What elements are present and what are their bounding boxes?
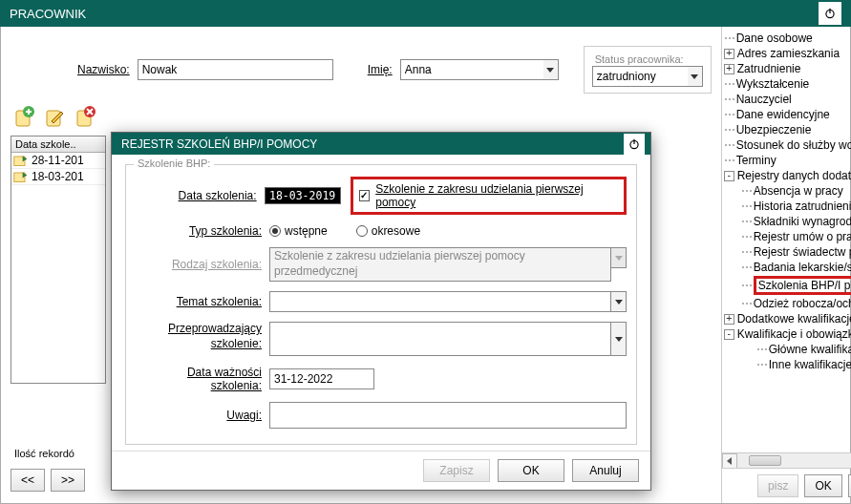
notes-label: Uwagi: — [136, 409, 269, 422]
tree-dash-icon: ⋯ — [741, 200, 751, 213]
tree-dash-icon: ⋯ — [724, 154, 734, 167]
notes-input[interactable] — [269, 402, 627, 429]
training-date-input[interactable] — [265, 187, 341, 204]
tree-label: Główne kwalifikacje — [769, 343, 851, 356]
tree-item[interactable]: ⋯Inne kwalifikacje — [756, 357, 851, 372]
tree-item[interactable]: ⋯Dane ewidencyjne — [724, 107, 851, 122]
tree-item[interactable]: ⋯Absencja w pracy — [741, 183, 851, 199]
tree-item[interactable]: ⋯Rejestr świadectw pracy — [741, 244, 851, 260]
expander-icon[interactable]: + — [724, 49, 734, 59]
horizontal-scrollbar[interactable] — [722, 452, 851, 468]
table-row[interactable]: 28-11-201 — [11, 153, 105, 169]
tree-item[interactable]: ⋯Ubezpieczenie — [724, 122, 851, 137]
tree-dash-icon: ⋯ — [756, 343, 766, 356]
tree-item[interactable]: ⋯Składniki wynagrodzenia — [741, 214, 851, 229]
radio-okresowe[interactable] — [356, 225, 368, 237]
first-aid-checkbox[interactable] — [359, 190, 371, 201]
right-ok-button[interactable]: OK — [804, 474, 841, 497]
tree-label: Badania lekarskie/sanepid — [754, 261, 851, 274]
tree-item[interactable]: ⋯Szkolenia BHP/I pomoc — [741, 275, 851, 296]
tree-label: Nauczyciel — [736, 93, 792, 106]
tree-item[interactable]: -Kwalifikacje i obowiązki n — [724, 326, 851, 342]
topic-dropdown-icon[interactable] — [611, 291, 627, 312]
tree-item[interactable]: +Dodatkowe kwalifikacje/S — [724, 311, 851, 326]
next-page-button[interactable]: >> — [51, 469, 85, 492]
tree-item[interactable]: +Adres zamieszkania — [724, 46, 851, 61]
tree-item[interactable]: ⋯Terminy — [724, 153, 851, 168]
training-date-label: Data szkolenia: — [136, 189, 265, 202]
row-icon — [13, 170, 29, 183]
status-legend: Status pracownika: — [592, 53, 687, 65]
tree-item[interactable]: ⋯Nauczyciel — [724, 92, 851, 107]
radio-okresowe-label: okresowe — [372, 224, 420, 238]
tree-item[interactable]: ⋯Wykształcenie — [724, 76, 851, 92]
close-icon[interactable] — [819, 2, 841, 25]
training-type-label: Typ szkolenia: — [136, 224, 269, 238]
tree-item[interactable]: ⋯Główne kwalifikacje — [756, 342, 851, 357]
expiry-input[interactable] — [269, 368, 374, 389]
expander-icon[interactable]: + — [724, 64, 734, 74]
tree-dash-icon: ⋯ — [741, 245, 751, 259]
status-dropdown-icon[interactable] — [688, 66, 703, 87]
modal-title: REJESTR SZKOLEŃ BHP/I POMOCY — [121, 137, 317, 151]
tree-label: Rejestry danych dodatkowych — [737, 169, 851, 182]
status-input[interactable] — [592, 66, 688, 87]
delete-icon[interactable] — [72, 103, 98, 130]
tree-label: Terminy — [736, 154, 777, 167]
scroll-track-h[interactable] — [737, 453, 851, 468]
first-page-button[interactable]: << — [11, 469, 45, 492]
training-grid: Data szkole.. 28-11-20118-03-201 — [11, 136, 106, 384]
expander-icon[interactable]: - — [724, 171, 734, 181]
modal-ok-button[interactable]: OK — [498, 459, 564, 482]
grid-column-header[interactable]: Data szkole.. — [11, 136, 105, 153]
firstname-input[interactable] — [400, 59, 543, 80]
modal-close-icon[interactable] — [624, 134, 645, 155]
conductor-dropdown-icon[interactable] — [611, 322, 627, 356]
surname-input[interactable] — [138, 59, 333, 80]
main-window-header: PRACOWNIK — [0, 0, 851, 27]
tree-item[interactable]: +Zatrudnienie — [724, 61, 851, 76]
training-kind-dropdown-icon — [611, 247, 627, 268]
expander-icon[interactable]: - — [724, 329, 734, 340]
edit-icon[interactable] — [41, 103, 68, 130]
training-kind-input: Szkolenie z zakresu udzielania pierwszej… — [269, 247, 611, 282]
scroll-thumb-h[interactable] — [749, 455, 781, 466]
tree-label: Zatrudnienie — [737, 62, 801, 75]
tree-dash-icon: ⋯ — [741, 230, 751, 243]
first-aid-label: Szkolenie z zakresu udzielania pierwszej… — [375, 182, 616, 209]
training-kind-label: Rodzaj szkolenia: — [136, 258, 269, 271]
expander-icon[interactable]: + — [724, 314, 734, 325]
conductor-input[interactable] — [269, 322, 611, 356]
tree-item[interactable]: ⋯Odzież robocza/ochronna — [741, 296, 851, 311]
first-aid-highlight: Szkolenie z zakresu udzielania pierwszej… — [351, 177, 627, 215]
right-save-button: pisz — [757, 474, 798, 497]
tree-item[interactable]: ⋯Historia zatrudnienia — [741, 199, 851, 214]
conductor-label: Przeprowadzający szkolenie: — [136, 322, 269, 351]
topic-input[interactable] — [269, 291, 611, 312]
tree-item[interactable]: ⋯Stosunek do służby wojskowe — [724, 137, 851, 153]
add-icon[interactable] — [11, 103, 37, 130]
tree-label: Składniki wynagrodzenia — [754, 215, 851, 228]
modal-header: REJESTR SZKOLEŃ BHP/I POMOCY — [112, 133, 650, 155]
tree-label: Dodatkowe kwalifikacje/S — [737, 312, 851, 326]
toolbar — [11, 103, 712, 130]
nav-tree: ⋯Dane osobowe+Adres zamieszkania+Zatrudn… — [722, 27, 851, 452]
tree-dash-icon: ⋯ — [741, 279, 751, 292]
firstname-label: Imię: — [368, 63, 393, 76]
tree-label: Dane ewidencyjne — [736, 108, 830, 121]
row-date: 18-03-201 — [32, 170, 84, 183]
tree-dash-icon: ⋯ — [741, 297, 751, 310]
tree-dash-icon: ⋯ — [724, 123, 734, 136]
tree-item[interactable]: -Rejestry danych dodatkowych — [724, 168, 851, 183]
tree-item[interactable]: ⋯Rejestr umów o pracę — [741, 229, 851, 244]
radio-wstepne[interactable] — [269, 225, 281, 237]
modal-cancel-button[interactable]: Anuluj — [572, 459, 639, 482]
table-row[interactable]: 18-03-201 — [11, 169, 105, 185]
tree-label: Stosunek do służby wojskowe — [736, 138, 851, 152]
tree-item[interactable]: ⋯Badania lekarskie/sanepid — [741, 260, 851, 275]
scroll-left-icon[interactable] — [722, 453, 737, 469]
tree-item[interactable]: ⋯Dane osobowe — [724, 31, 851, 46]
modal-save-button: Zapisz — [423, 459, 490, 482]
firstname-dropdown-icon[interactable] — [543, 59, 559, 80]
tree-label: Dane osobowe — [736, 32, 813, 45]
